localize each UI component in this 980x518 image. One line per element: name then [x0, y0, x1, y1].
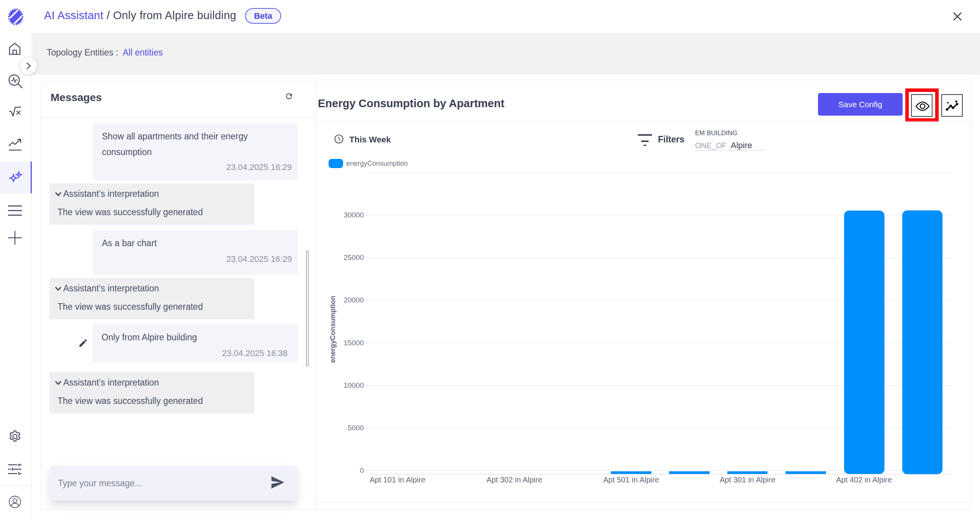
svg-text:Apt 402 in Alpire: Apt 402 in Alpire	[836, 476, 892, 484]
svg-text:Apt 101 in Alpire: Apt 101 in Alpire	[370, 476, 425, 484]
svg-text:0: 0	[360, 466, 364, 474]
svg-text:15000: 15000	[344, 339, 364, 347]
svg-text:Apt 302 in Alpire: Apt 302 in Alpire	[486, 476, 542, 484]
svg-text:Apt 301 in Alpire: Apt 301 in Alpire	[720, 476, 775, 484]
svg-text:20000: 20000	[344, 296, 364, 304]
svg-text:25000: 25000	[344, 253, 364, 261]
svg-text:5000: 5000	[348, 424, 364, 432]
svg-text:30000: 30000	[344, 211, 364, 219]
svg-text:energyConsumption: energyConsumption	[329, 296, 337, 363]
svg-text:10000: 10000	[344, 381, 364, 389]
svg-text:Apt 501 in Alpire: Apt 501 in Alpire	[603, 476, 659, 484]
